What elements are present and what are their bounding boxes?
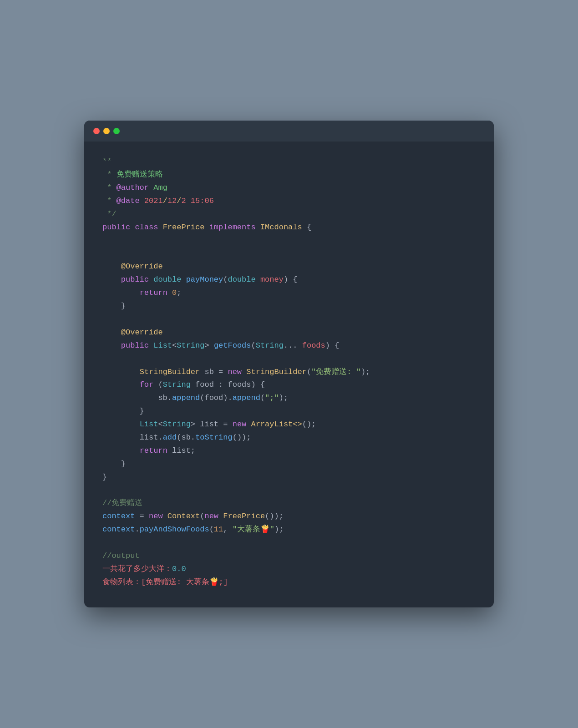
code-line: public List<String> getFoods(String... f…	[102, 339, 476, 353]
code-line: @Override	[102, 260, 476, 273]
code-line: 食物列表：[免费赠送: 大薯条🍟;]	[102, 576, 476, 589]
empty-line	[102, 484, 476, 497]
code-line: return list;	[102, 445, 476, 458]
code-line: * @author Amg	[102, 182, 476, 195]
empty-line	[102, 248, 476, 261]
code-line: //免费赠送	[102, 497, 476, 510]
code-line: 一共花了多少大洋：0.0	[102, 563, 476, 576]
code-line: **	[102, 155, 476, 168]
titlebar	[84, 121, 494, 142]
code-line: return 0;	[102, 287, 476, 300]
empty-line	[102, 536, 476, 550]
code-line: }	[102, 405, 476, 418]
code-line: List<String> list = new ArrayList<>();	[102, 418, 476, 431]
maximize-button[interactable]	[113, 128, 120, 134]
code-editor: ** * 免费赠送策略 * @author Amg * @date 2021/1…	[84, 142, 494, 607]
code-line: }	[102, 300, 476, 313]
close-button[interactable]	[93, 128, 100, 134]
code-line: context.payAndShowFoods(11, "大薯条🍟");	[102, 523, 476, 536]
code-window: ** * 免费赠送策略 * @author Amg * @date 2021/1…	[84, 121, 494, 607]
code-line: sb.append(food).append(";");	[102, 392, 476, 405]
empty-line	[102, 234, 476, 248]
code-line: * @date 2021/12/2 15:06	[102, 195, 476, 208]
empty-line	[102, 353, 476, 366]
code-line: */	[102, 208, 476, 221]
code-line: //output	[102, 550, 476, 563]
code-line: }	[102, 471, 476, 484]
code-line: for (String food : foods) {	[102, 379, 476, 392]
code-line: @Override	[102, 326, 476, 339]
code-line: public double payMoney(double money) {	[102, 273, 476, 287]
code-line: public class FreePrice implements IMcdon…	[102, 221, 476, 234]
code-line: list.add(sb.toString());	[102, 431, 476, 445]
code-line: StringBuilder sb = new StringBuilder("免费…	[102, 366, 476, 379]
code-line: * 免费赠送策略	[102, 168, 476, 182]
minimize-button[interactable]	[103, 128, 110, 134]
code-line: context = new Context(new FreePrice());	[102, 510, 476, 523]
empty-line	[102, 313, 476, 326]
code-line: }	[102, 458, 476, 471]
